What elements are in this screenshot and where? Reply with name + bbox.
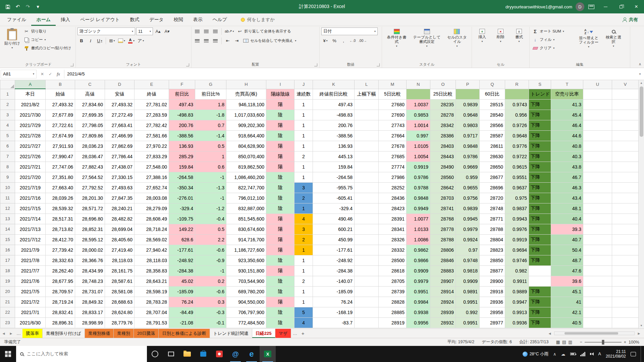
cell-L3[interactable] — [355, 110, 379, 120]
cell-A20[interactable]: 2021/7/5 — [15, 286, 46, 297]
cell-K4[interactable]: 200.76 — [313, 120, 355, 130]
cell-F8[interactable]: 159.84 — [169, 162, 195, 172]
cell-P3[interactable]: 0.9648 — [456, 110, 480, 120]
cell-H11[interactable]: 796,012,100 — [226, 193, 266, 203]
share-button[interactable]: 共有 — [616, 13, 644, 26]
cell-F10[interactable]: -350.34 — [169, 182, 195, 193]
cell-T11[interactable]: 43.4 — [551, 193, 583, 203]
cell-G17[interactable]: -0.9 — [195, 255, 226, 265]
excel-taskbar-button[interactable]: X — [260, 346, 276, 362]
cell-O5[interactable]: 28386 — [430, 130, 456, 141]
cell-F6[interactable]: 136.93 — [169, 141, 195, 151]
cell-M3[interactable]: 27690 — [379, 110, 407, 120]
collapse-ribbon-button[interactable]: ∧ — [639, 62, 641, 66]
cell-A22[interactable]: 2021/7/1 — [15, 307, 46, 317]
cell-I21[interactable]: 陽 — [266, 297, 294, 307]
cell-M5[interactable]: 27664 — [379, 130, 407, 141]
cell-P12[interactable]: 0.9839 — [456, 203, 480, 214]
cell-H1[interactable]: 売買高(株) — [226, 89, 266, 99]
customize-qat-button[interactable]: ▾ — [34, 2, 42, 11]
cell-L9[interactable] — [355, 172, 379, 182]
mail-app-button[interactable]: @ — [227, 346, 244, 362]
cell-U14[interactable] — [583, 224, 612, 234]
cell-N18[interactable]: 0.9909 — [407, 265, 430, 276]
cell-L6[interactable] — [355, 141, 379, 151]
cell-P20[interactable]: 0.9891 — [456, 286, 480, 297]
column-header-J[interactable]: J — [294, 80, 313, 89]
cell-E7[interactable]: 27,833.29 — [135, 151, 169, 162]
cell-H15[interactable]: 914,716,700 — [226, 234, 266, 245]
currency-format-button[interactable]: ¥▾ — [321, 37, 329, 45]
cell-J2[interactable]: 1 — [294, 99, 313, 110]
cell-N22[interactable]: 0.9938 — [407, 307, 430, 317]
column-header-Q[interactable]: Q — [480, 80, 505, 89]
cell-U5[interactable] — [583, 130, 612, 141]
cell-G19[interactable]: 0.2 — [195, 276, 226, 286]
cell-E18[interactable]: 28,358.83 — [135, 265, 169, 276]
cell-P9[interactable]: 0.959 — [456, 172, 480, 182]
cell-B19[interactable]: 28,677.95 — [46, 276, 75, 286]
cell-K14[interactable]: 600.21 — [313, 224, 355, 234]
cell-V17[interactable] — [612, 255, 639, 265]
cell-C9[interactable]: 27,564.52 — [75, 172, 105, 182]
cell-M20[interactable]: 28739 — [379, 286, 407, 297]
comma-style-button[interactable]: , — [339, 37, 347, 45]
cell-A9[interactable]: 2021/7/20 — [15, 172, 46, 182]
cell-J13[interactable]: 4 — [294, 214, 313, 224]
cell-A19[interactable]: 2021/7/6 — [15, 276, 46, 286]
row-header-20[interactable]: 20 — [0, 286, 15, 297]
cell-F15[interactable]: 628.6 — [169, 234, 195, 245]
conditional-formatting-button[interactable]: 条件付き書式▾ — [384, 27, 410, 61]
cell-M12[interactable]: 28423 — [379, 203, 407, 214]
tell-me-search[interactable]: 何をしますか — [241, 13, 275, 26]
cell-R15[interactable]: 0.9919 — [505, 234, 529, 245]
cell-S6[interactable]: 下降 — [529, 141, 551, 151]
cell-I11[interactable]: 陰 — [266, 193, 294, 203]
ime-indicator[interactable]: A — [598, 352, 601, 356]
cell-L4[interactable] — [355, 120, 379, 130]
cell-L18[interactable] — [355, 265, 379, 276]
ribbon-tab-データ[interactable]: データ — [144, 13, 169, 26]
cell-I18[interactable]: 陽 — [266, 265, 294, 276]
column-header-C[interactable]: C — [75, 80, 105, 89]
column-header-E[interactable]: E — [135, 80, 169, 89]
cell-B9[interactable]: 27,351.80 — [46, 172, 75, 182]
cell-T3[interactable]: 45.4 — [551, 110, 583, 120]
cell-R14[interactable]: 0.9976 — [505, 224, 529, 234]
cell-O18[interactable]: 28883 — [430, 265, 456, 276]
cell-D10[interactable]: 27,493.63 — [105, 182, 135, 193]
sheet-tab-日別と株価による診断[interactable]: 日別と株価による診断 — [159, 329, 210, 338]
cell-M4[interactable]: 27743 — [379, 120, 407, 130]
cell-O19[interactable]: 28907 — [430, 276, 456, 286]
format-cells-button[interactable]: ≡書式▾ — [511, 27, 528, 61]
cell-S22[interactable]: 下降 — [529, 307, 551, 317]
cell-K19[interactable]: -140.07 — [313, 276, 355, 286]
cell-T2[interactable]: 41.3 — [551, 99, 583, 110]
align-bottom-button[interactable] — [211, 27, 219, 35]
cell-H18[interactable]: 930,151,800 — [226, 265, 266, 276]
ribbon-tab-表示[interactable]: 表示 — [188, 13, 208, 26]
cell-B20[interactable]: 28,709.57 — [46, 286, 75, 297]
cell-C16[interactable]: 28,000.02 — [75, 245, 105, 255]
cell-H21[interactable]: 904,550,000 — [226, 297, 266, 307]
cell-Q11[interactable]: 28720 — [480, 193, 505, 203]
cell-F2[interactable]: 497.43 — [169, 99, 195, 110]
row-header-1[interactable]: 1 — [0, 89, 15, 99]
column-header-S[interactable]: S — [529, 80, 551, 89]
sheet-tab-業種別株価[interactable]: 業種別株価 — [85, 329, 114, 338]
cell-F1[interactable]: 前日比 — [169, 89, 195, 99]
cell-K18[interactable]: -284.38 — [313, 265, 355, 276]
cell-G9[interactable]: -1 — [195, 172, 226, 182]
row-header-23[interactable]: 23 — [0, 317, 15, 328]
align-top-button[interactable] — [193, 27, 201, 35]
sheet-tab-日経225[interactable]: 日経225 — [252, 329, 275, 338]
cell-U23[interactable] — [583, 317, 612, 328]
row-header-7[interactable]: 7 — [0, 151, 15, 162]
cell-B5[interactable]: 27,674.99 — [46, 130, 75, 141]
cell-K10[interactable]: -955.75 — [313, 182, 355, 193]
cell-I12[interactable]: 陰 — [266, 203, 294, 214]
cell-S13[interactable]: 下降 — [529, 214, 551, 224]
cell-S18[interactable] — [529, 265, 551, 276]
cell-S5[interactable]: 下降 — [529, 130, 551, 141]
cell-P22[interactable]: 0.992 — [456, 307, 480, 317]
